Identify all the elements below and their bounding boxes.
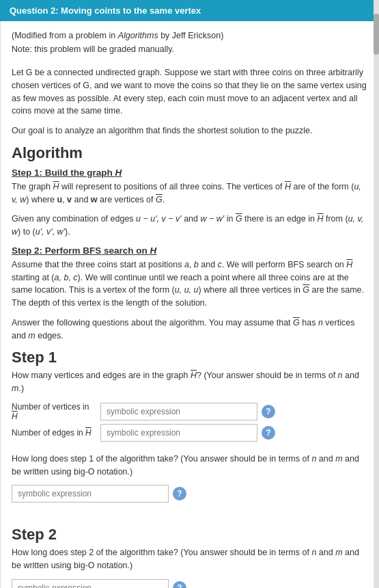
step1-desc1: The graph H will represent to positions …: [12, 181, 367, 206]
step1-time-input[interactable]: [12, 485, 169, 503]
step1-desc2: Given any combination of edges u − u', v…: [12, 213, 367, 239]
step1-time-help-button[interactable]: ?: [173, 487, 186, 500]
question-header: Question 2: Moving coints to the same ve…: [0, 0, 379, 21]
step2-bfs-heading: Step 2: Perform BFS search on H: [12, 245, 367, 256]
step2-time-question: How long does step 2 of the algorithm ta…: [12, 546, 367, 572]
step1-vertices-edges-question: How many vertices and edges are in the g…: [12, 369, 367, 395]
vertices-input-row: Number of vertices in H ?: [12, 402, 367, 421]
edges-input[interactable]: [100, 424, 257, 442]
edges-input-row: Number of edges in H ?: [12, 424, 367, 442]
step1-time-question: How long does step 1 of the algorithm ta…: [12, 453, 367, 479]
step2-time-input-row: ?: [12, 579, 367, 588]
step2-desc: Assume that the three coins start at pos…: [12, 258, 367, 310]
step1-section-heading: Step 1: [12, 349, 367, 366]
scrollbar[interactable]: [374, 0, 379, 588]
answer-note: Answer the following questions about the…: [12, 317, 367, 343]
problem-desc-1: Let G be a connected undirected graph. S…: [12, 66, 367, 118]
step2-section-heading: Step 2: [12, 526, 367, 544]
problem-desc-2: Our goal is to analyze an algorithm that…: [12, 124, 367, 137]
grading-note: Note: this problem will be graded manual…: [12, 44, 367, 54]
step2-time-help-button[interactable]: ?: [173, 581, 186, 588]
step2-time-input[interactable]: [12, 579, 169, 588]
vertices-help-button[interactable]: ?: [262, 405, 275, 418]
edges-label: Number of edges in H: [12, 428, 100, 438]
vertices-input[interactable]: [100, 403, 257, 420]
algorithm-heading: Algorithm: [12, 144, 367, 162]
question-title: Question 2: Moving coints to the same ve…: [10, 5, 201, 16]
edges-help-button[interactable]: ?: [262, 426, 275, 440]
step1-build-heading: Step 1: Build the graph H: [12, 168, 367, 178]
scrollbar-thumb[interactable]: [374, 14, 379, 55]
step1-time-input-row: ?: [12, 485, 367, 503]
vertices-label: Number of vertices in H: [12, 402, 100, 421]
modified-note: (Modified from a problem in Algorithms b…: [12, 31, 367, 40]
